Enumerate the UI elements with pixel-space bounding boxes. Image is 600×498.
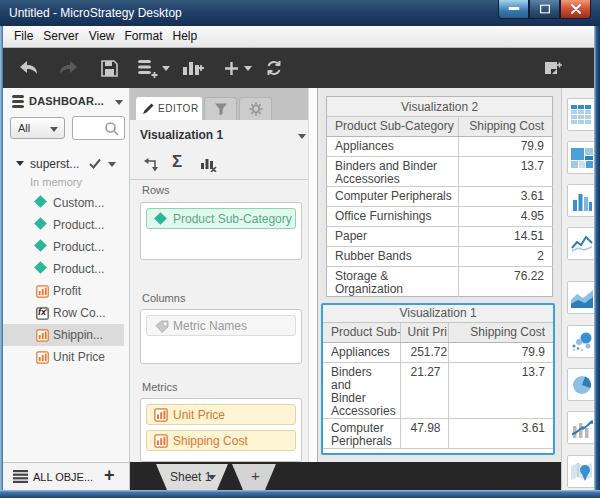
- tab-properties[interactable]: [239, 97, 272, 120]
- tag-icon: [155, 320, 169, 333]
- refresh-button[interactable]: [265, 48, 283, 88]
- menu-server[interactable]: Server: [38, 26, 83, 47]
- columns-dropzone[interactable]: Metric Names: [140, 309, 302, 364]
- swap-axes-icon[interactable]: [143, 157, 159, 173]
- visualization-1[interactable]: Visualization 1 Product Sub- Unit Pri Sh…: [323, 305, 553, 449]
- add-button[interactable]: [224, 48, 252, 88]
- dataset-name: superst...: [30, 157, 79, 171]
- sidebar-item-label: Row Co...: [53, 306, 106, 320]
- sidebar-item-product3[interactable]: Product...: [3, 258, 123, 280]
- rows-label: Rows: [142, 184, 170, 196]
- visualization-1-selected[interactable]: Visualization 1 Product Sub- Unit Pri Sh…: [321, 303, 555, 455]
- pill-label: Metric Names: [173, 319, 247, 333]
- bar-chart-icon: [572, 191, 592, 211]
- gallery-bubble-chart[interactable]: [567, 325, 597, 358]
- sidebar-header[interactable]: DASHBOAR...: [3, 93, 129, 111]
- back-button[interactable]: [19, 48, 39, 88]
- sidebar-item-label: Product...: [53, 262, 104, 276]
- gallery-grid[interactable]: [567, 98, 597, 131]
- sidebar-item-unit-price[interactable]: Unit Price: [3, 346, 123, 368]
- add-visualization-button[interactable]: [182, 48, 204, 88]
- column-header[interactable]: Product Sub-Category: [327, 117, 459, 137]
- grid-icon: [571, 105, 593, 125]
- cell: 3.61: [459, 187, 553, 207]
- gallery-heatmap[interactable]: [567, 141, 597, 174]
- gear-icon: [248, 102, 263, 117]
- metrics-dropzone[interactable]: Unit Price Shipping Cost: [140, 398, 302, 462]
- combo-chart-icon: [571, 418, 593, 438]
- sidebar-item-profit[interactable]: Profit: [3, 280, 123, 302]
- cell: Storage & Organization: [327, 267, 459, 297]
- add-sheet-tab[interactable]: +: [232, 464, 276, 490]
- column-header[interactable]: Shipping Cost: [448, 322, 553, 342]
- column-header[interactable]: Unit Pri: [400, 322, 448, 342]
- forward-button[interactable]: [58, 48, 78, 88]
- minimize-button[interactable]: [498, 0, 529, 19]
- save-button[interactable]: [101, 48, 118, 88]
- filter-dropdown[interactable]: All: [10, 117, 65, 139]
- rows-item-product-sub-category[interactable]: Product Sub-Category: [146, 208, 296, 229]
- menu-help[interactable]: Help: [168, 26, 203, 47]
- visualization-selector-label: Visualization 1: [140, 128, 223, 142]
- cell: 79.9: [448, 342, 553, 362]
- pie-chart-icon: [572, 375, 592, 395]
- forward-icon: [58, 60, 78, 76]
- tab-filter[interactable]: [204, 97, 237, 120]
- menu-view[interactable]: View: [84, 26, 120, 47]
- close-button[interactable]: [560, 0, 591, 19]
- sidebar-item-product1[interactable]: Product...: [3, 214, 123, 236]
- gallery-bar-chart[interactable]: [567, 184, 597, 217]
- pill-label: Product Sub-Category: [173, 212, 292, 226]
- sigma-icon[interactable]: Σ: [172, 152, 182, 172]
- tab-editor[interactable]: EDITOR: [136, 97, 202, 120]
- gallery-line-chart[interactable]: [567, 227, 597, 260]
- sidebar-item-row-count[interactable]: fx Row Co...: [3, 302, 123, 324]
- dataset-menu-caret-icon: [108, 162, 116, 167]
- maximize-button[interactable]: [529, 0, 560, 19]
- rows-dropzone[interactable]: Product Sub-Category: [140, 202, 302, 260]
- visualization-2-title[interactable]: Visualization 2: [327, 97, 553, 117]
- visualization-1-title[interactable]: Visualization 1: [323, 305, 553, 322]
- search-input[interactable]: [72, 116, 125, 140]
- column-header[interactable]: Shipping Cost: [459, 117, 553, 137]
- title-bar: Untitled - MicroStrategy Desktop: [0, 0, 600, 26]
- tab-editor-label: EDITOR: [158, 103, 199, 114]
- dataset-check-icon: [89, 158, 101, 169]
- visualization-2[interactable]: Visualization 2 Product Sub-Category Shi…: [326, 96, 553, 297]
- sidebar-item-label: Profit: [53, 284, 81, 298]
- cell: Computer Peripherals: [323, 418, 400, 448]
- cell: 79.9: [459, 137, 553, 157]
- gallery-area-chart[interactable]: [567, 281, 597, 314]
- save-icon: [101, 60, 118, 77]
- add-data-button[interactable]: [136, 48, 170, 88]
- column-header[interactable]: Product Sub-: [323, 322, 400, 342]
- metrics-item-shipping-cost[interactable]: Shipping Cost: [146, 430, 296, 451]
- add-object-button[interactable]: +: [104, 465, 115, 486]
- sidebar-item-label: Shippin...: [53, 328, 103, 342]
- dashboards-icon: [11, 95, 25, 108]
- chart-axes-icon[interactable]: [200, 157, 217, 172]
- gallery-pie-chart[interactable]: [567, 368, 597, 401]
- new-page-button[interactable]: [544, 48, 563, 88]
- attribute-icon: [34, 217, 47, 230]
- editor-panel: EDITOR Visualization 1 Σ Rows Product Su…: [130, 88, 308, 462]
- sidebar-item-product2[interactable]: Product...: [3, 236, 123, 258]
- menu-format[interactable]: Format: [119, 26, 167, 47]
- columns-item-metric-names[interactable]: Metric Names: [146, 315, 296, 336]
- all-objects-bar[interactable]: ALL OBJE... +: [3, 462, 130, 490]
- gallery-map[interactable]: [567, 455, 597, 488]
- cell: 2: [459, 247, 553, 267]
- menu-file[interactable]: File: [9, 26, 38, 47]
- gallery-combo-chart[interactable]: [567, 411, 597, 444]
- metric-icon: [154, 434, 168, 448]
- metrics-item-unit-price[interactable]: Unit Price: [146, 404, 296, 425]
- visualization-selector[interactable]: Visualization 1: [130, 120, 308, 150]
- sidebar-item-shipping-cost[interactable]: Shippin...: [3, 324, 123, 346]
- sheet-tab[interactable]: Sheet 1: [156, 464, 228, 490]
- dataset-row[interactable]: superst...: [3, 154, 130, 174]
- minimize-icon: [508, 7, 519, 11]
- cell: Rubber Bands: [327, 247, 459, 267]
- attribute-icon: [34, 261, 47, 274]
- sidebar-item-customer[interactable]: Custom...: [3, 192, 123, 214]
- editor-scrollbar[interactable]: [308, 88, 317, 462]
